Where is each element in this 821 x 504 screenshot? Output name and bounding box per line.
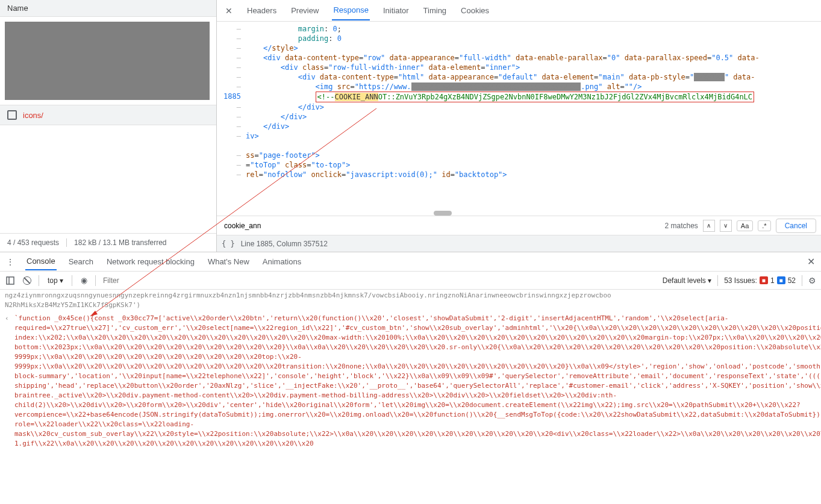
network-list-panel: Name icons/ 4 / 453 requests 182 kB / 13… — [0, 0, 217, 252]
request-count: 4 / 453 requests — [7, 238, 59, 247]
console-toolbar: top ▾ ◉ Default levels ▾ 53 Issues: ■1 ■… — [0, 272, 821, 290]
file-row[interactable]: icons/ — [0, 105, 216, 125]
tab-preview[interactable]: Preview — [290, 1, 320, 20]
issues-counter[interactable]: 53 Issues: ■1 ■52 — [724, 276, 796, 285]
tab-timing[interactable]: Timing — [422, 1, 448, 20]
tab-whatsnew[interactable]: What's New — [207, 254, 251, 270]
tab-response[interactable]: Response — [332, 1, 370, 20]
file-name: icons/ — [23, 111, 43, 120]
cancel-button[interactable]: Cancel — [776, 219, 816, 233]
console-filter-input[interactable] — [102, 275, 439, 286]
close-drawer-icon[interactable]: ✕ — [807, 256, 815, 267]
search-bar: 2 matches ∧ ∨ Aa .* Cancel — [217, 216, 821, 235]
tab-search[interactable]: Search — [67, 254, 95, 270]
tab-initiator[interactable]: Initiator — [382, 1, 410, 20]
tab-animations[interactable]: Animations — [261, 254, 302, 270]
log-levels-selector[interactable]: Default levels ▾ — [663, 276, 711, 285]
close-icon[interactable]: ✕ — [224, 6, 234, 16]
network-stats-bar: 4 / 453 requests 182 kB / 13.1 MB transf… — [0, 233, 216, 252]
pretty-print-icon[interactable]: { } — [222, 240, 235, 248]
name-column-header[interactable]: Name — [0, 0, 216, 17]
error-badge-icon: ■ — [760, 276, 768, 284]
live-expression-icon[interactable]: ◉ — [78, 275, 89, 286]
tab-cookies[interactable]: Cookies — [460, 1, 490, 20]
search-input[interactable] — [222, 219, 660, 232]
status-bar: { } Line 1885, Column 357512 — [217, 235, 821, 252]
match-count: 2 matches — [664, 222, 698, 230]
more-icon[interactable]: ⋮ — [6, 257, 14, 267]
svg-rect-0 — [7, 277, 14, 284]
line-number: 1885 — [217, 92, 246, 102]
case-sensitive-toggle[interactable]: Aa — [737, 220, 753, 231]
sidebar-toggle-icon[interactable] — [5, 275, 16, 286]
preview-area — [0, 17, 216, 105]
tab-headers[interactable]: Headers — [246, 1, 278, 20]
clear-console-icon[interactable] — [22, 275, 33, 286]
drawer-tabs: ⋮ Console Search Network request blockin… — [0, 252, 821, 272]
drawer: ⋮ Console Search Network request blockin… — [0, 252, 821, 504]
settings-gear-icon[interactable]: ⚙ — [808, 276, 816, 285]
next-match-button[interactable]: ∨ — [720, 220, 732, 232]
info-badge-icon: ■ — [777, 276, 785, 284]
response-body[interactable]: – margin: 0; – padding: 0 – </style> – <… — [217, 22, 821, 216]
tab-blocking[interactable]: Network request blocking — [105, 254, 196, 270]
console-output[interactable]: ngz4ziynmronngxzuqsnngynuesnngynzepkrein… — [0, 290, 821, 504]
detail-tabs: ✕ Headers Preview Response Initiator Tim… — [217, 0, 821, 22]
cursor-position: Line 1885, Column 357512 — [241, 240, 328, 248]
console-error-line: ‹ `function _0x45ce(){const _0x30cc77=['… — [5, 314, 816, 449]
prev-match-button[interactable]: ∧ — [703, 220, 715, 232]
horizontal-scrollbar[interactable] — [434, 211, 452, 216]
response-panel: ✕ Headers Preview Response Initiator Tim… — [217, 0, 821, 252]
context-selector[interactable]: top ▾ — [45, 275, 66, 286]
transfer-size: 182 kB / 13.1 MB transferred — [74, 238, 166, 247]
console-log-line: N2RhMiksXzB4MzY5ZmI1KCk7fSgpKSk7') — [5, 300, 816, 310]
search-match-highlight: <!--COOKIE_ANNOT::ZnVuY3Rpb24gXzB4NDVjZS… — [316, 92, 754, 102]
regex-toggle[interactable]: .* — [758, 220, 770, 231]
tab-console[interactable]: Console — [25, 253, 57, 270]
expand-caret-icon[interactable]: ‹ — [5, 314, 14, 449]
preview-thumbnail[interactable] — [5, 22, 210, 100]
console-log-line: ngz4ziynmronngxzuqsnngynuesnngynzepkrein… — [5, 291, 816, 300]
checkbox-icon[interactable] — [7, 110, 17, 120]
